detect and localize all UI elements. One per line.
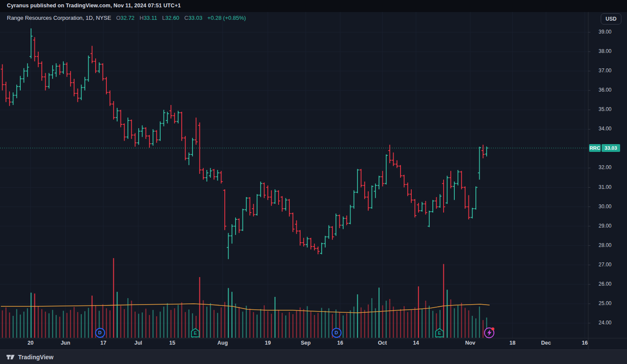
price-bar xyxy=(349,205,352,224)
time-axis-label[interactable]: Jul xyxy=(134,340,142,346)
volume-bar xyxy=(346,313,347,338)
earnings-marker-icon[interactable]: E xyxy=(434,327,444,338)
volume-bar xyxy=(350,310,351,338)
time-axis-label[interactable]: Jun xyxy=(61,340,70,346)
volume-bar xyxy=(397,311,397,338)
volume-bar xyxy=(203,300,204,338)
volume-bar xyxy=(443,264,444,338)
volume-bar xyxy=(393,307,394,338)
volume-bar xyxy=(447,290,447,338)
price-bar xyxy=(442,180,445,213)
price-bar xyxy=(4,82,7,102)
volume-bar xyxy=(220,307,221,338)
volume-bar xyxy=(389,299,390,338)
volume-bar xyxy=(124,309,125,338)
price-bar xyxy=(133,133,137,147)
dividend-marker-icon[interactable]: D xyxy=(95,327,105,338)
price-bar xyxy=(33,37,36,61)
tradingview-link[interactable]: TradingView xyxy=(6,350,53,364)
price-axis-label[interactable]: 35.00 xyxy=(599,106,611,112)
time-axis-label[interactable]: 14 xyxy=(413,340,419,346)
price-axis-label[interactable]: 39.00 xyxy=(599,29,611,35)
legend-title[interactable]: Range Resources Corporation, 1D, NYSE xyxy=(7,15,111,21)
price-bar xyxy=(62,62,65,74)
price-bar xyxy=(126,117,129,139)
volume-bar xyxy=(382,305,383,338)
time-axis-label[interactable]: 19 xyxy=(265,340,271,346)
time-axis-label[interactable]: 18 xyxy=(509,340,515,346)
earnings-marker-icon[interactable]: E xyxy=(190,327,200,338)
price-bar xyxy=(478,147,481,180)
chart-canvas[interactable] xyxy=(0,12,627,349)
price-axis-label[interactable]: 29.00 xyxy=(599,223,611,229)
price-bar xyxy=(309,238,312,250)
price-axis-label[interactable]: 30.00 xyxy=(599,204,611,210)
price-axis-label[interactable]: 25.00 xyxy=(599,300,611,306)
currency-button[interactable]: USD xyxy=(601,13,621,25)
price-axis-label[interactable]: 28.00 xyxy=(599,242,611,248)
time-axis-label[interactable]: 15 xyxy=(169,340,175,346)
price-bar xyxy=(15,85,18,99)
volume-bar xyxy=(468,310,469,338)
price-bar xyxy=(263,182,266,198)
time-axis-label[interactable]: 20 xyxy=(28,340,34,346)
price-axis-label[interactable]: 38.00 xyxy=(599,48,611,54)
volume-bar xyxy=(360,307,361,338)
dividend-circle-icon: D xyxy=(95,328,105,338)
time-axis-label[interactable]: 16 xyxy=(337,340,343,346)
volume-bar xyxy=(52,310,53,338)
volume-bar xyxy=(260,309,261,338)
volume-bar xyxy=(138,314,139,338)
price-bar xyxy=(230,224,233,244)
price-axis-label[interactable]: 24.00 xyxy=(599,320,611,326)
dividend-marker-icon[interactable]: D xyxy=(331,327,341,338)
price-bar xyxy=(352,190,355,209)
price-bar xyxy=(55,63,58,77)
price-axis-label[interactable]: 36.00 xyxy=(599,87,611,93)
chart-pane[interactable]: Range Resources Corporation, 1D, NYSE O3… xyxy=(0,12,627,349)
time-axis-label[interactable]: 16 xyxy=(582,340,588,346)
price-bar xyxy=(392,152,395,166)
volume-bar xyxy=(432,311,433,338)
price-axis-label[interactable]: 26.00 xyxy=(599,281,611,287)
time-axis-label[interactable]: Sep xyxy=(301,340,311,346)
volume-bar xyxy=(411,310,412,338)
price-axis-label[interactable]: 31.00 xyxy=(599,184,611,190)
time-axis-label[interactable]: 17 xyxy=(100,340,106,346)
tradingview-logo-icon xyxy=(6,353,15,361)
time-axis-label[interactable]: Nov xyxy=(465,340,475,346)
volume-bar xyxy=(188,309,189,338)
price-bar xyxy=(270,190,273,206)
price-bar xyxy=(255,194,258,216)
price-axis-label[interactable]: 34.00 xyxy=(599,126,611,132)
price-bar xyxy=(438,194,441,208)
volume-bar xyxy=(2,310,3,338)
volume-bar xyxy=(321,308,322,338)
time-axis-label[interactable]: Dec xyxy=(541,340,551,346)
price-bar xyxy=(327,225,330,239)
volume-bar xyxy=(92,296,93,338)
volume-bar xyxy=(354,307,354,338)
volume-bar xyxy=(328,308,329,338)
change-value: +0.28 (+0.85%) xyxy=(208,15,246,21)
price-bar xyxy=(94,59,97,73)
volume-bar xyxy=(12,316,13,338)
price-axis-label[interactable]: 27.00 xyxy=(599,262,611,268)
volume-bar xyxy=(177,305,178,338)
price-bar xyxy=(87,56,90,82)
price-axis-label[interactable]: 37.00 xyxy=(599,68,611,74)
svg-text:E: E xyxy=(193,330,196,336)
time-axis-label[interactable]: Oct xyxy=(378,340,387,346)
volume-bar xyxy=(368,305,369,338)
flash-marker-icon[interactable] xyxy=(484,327,494,338)
price-bar xyxy=(288,199,291,217)
volume-bar xyxy=(16,309,17,338)
time-axis-label[interactable]: Aug xyxy=(217,340,228,346)
volume-bar xyxy=(163,307,164,338)
price-bar xyxy=(195,117,198,145)
volume-bar xyxy=(257,315,258,338)
open-label: O xyxy=(116,15,121,21)
volume-bar xyxy=(66,313,67,338)
price-axis-label[interactable]: 32.00 xyxy=(599,164,611,170)
volume-bar xyxy=(74,307,74,338)
